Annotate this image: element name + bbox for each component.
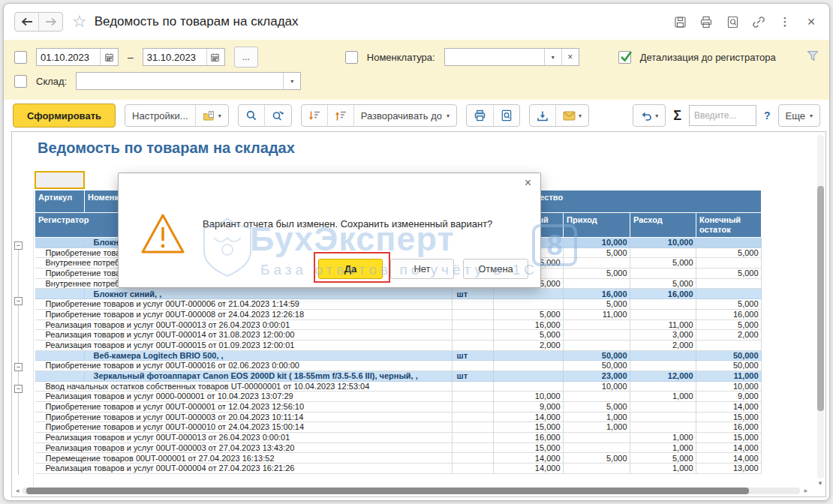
cell[interactable] bbox=[494, 299, 564, 310]
collapse-group-toggle[interactable]: − bbox=[14, 242, 23, 250]
cell[interactable] bbox=[630, 382, 696, 392]
detail-row[interactable]: Приобретение товаров и услуг 00UT-000016… bbox=[35, 361, 762, 371]
cell[interactable]: 5,000 bbox=[630, 258, 696, 268]
cell[interactable]: Веб-камера Logitech BRIO 500, , bbox=[85, 351, 453, 362]
settings-button[interactable]: Настройки... bbox=[125, 105, 195, 126]
cell[interactable]: 50,000 bbox=[696, 361, 762, 371]
detail-row[interactable]: Приобретение товаров и услуг 00UT-000001… bbox=[35, 402, 762, 412]
date-to-field[interactable] bbox=[143, 48, 225, 66]
cell[interactable]: 14,000 bbox=[494, 453, 564, 464]
period-more-button[interactable]: ... bbox=[234, 46, 258, 68]
cell[interactable] bbox=[564, 330, 630, 340]
cell[interactable]: Зеркальный фотоаппарат Canon EOS 2000D k… bbox=[85, 371, 453, 382]
cell[interactable] bbox=[630, 299, 696, 310]
cell[interactable] bbox=[630, 268, 696, 279]
cell[interactable]: 16,000 bbox=[494, 320, 564, 331]
cell[interactable]: 1,000 bbox=[564, 412, 630, 423]
detail-row[interactable]: Реализация товаров и услуг 00UT-000013 о… bbox=[35, 433, 762, 443]
cell[interactable]: 3,000 bbox=[630, 330, 696, 340]
cell[interactable]: 14,000 bbox=[494, 464, 564, 474]
date-from-field[interactable] bbox=[36, 48, 119, 66]
cell[interactable]: 5,000 bbox=[564, 299, 630, 310]
cell[interactable]: 9,000 bbox=[494, 402, 564, 412]
cell[interactable]: Блокнот синий, , bbox=[85, 289, 453, 299]
cell[interactable]: 5,000 bbox=[696, 248, 762, 259]
link-icon[interactable] bbox=[751, 14, 766, 29]
cell[interactable] bbox=[453, 320, 494, 331]
cell[interactable] bbox=[494, 351, 564, 362]
cell[interactable] bbox=[453, 382, 494, 392]
collapse-group-toggle[interactable]: − bbox=[14, 385, 23, 393]
dialog-cancel-button[interactable]: Отмена bbox=[463, 259, 528, 279]
cell[interactable]: 10,000 bbox=[494, 392, 564, 402]
cell[interactable]: 16,000 bbox=[696, 310, 762, 320]
cell[interactable]: 16,000 bbox=[696, 422, 762, 433]
detail-row[interactable]: Приобретение товаров и услуг 00UT-000010… bbox=[35, 422, 762, 433]
cell[interactable]: 5,000 bbox=[696, 268, 762, 279]
cell[interactable]: 15,000 bbox=[696, 433, 762, 443]
cell[interactable]: Реализация товаров и услуг 00UT-000003 о… bbox=[35, 443, 453, 454]
cell[interactable]: Приобретение товаров и услуг 00UT-000008… bbox=[35, 310, 453, 320]
cell[interactable]: 23,000 bbox=[564, 371, 630, 382]
cell[interactable] bbox=[453, 464, 494, 474]
cell[interactable] bbox=[494, 382, 564, 392]
vertical-scrollbar-thumb[interactable] bbox=[817, 186, 824, 411]
cell[interactable]: Реализация товаров и услуг 00UT-000014 о… bbox=[35, 330, 453, 340]
cell[interactable]: 12,000 bbox=[630, 371, 696, 382]
cell[interactable] bbox=[453, 453, 494, 464]
quick-search-input[interactable] bbox=[689, 105, 756, 126]
cell[interactable]: 1,000 bbox=[564, 422, 630, 433]
calendar-icon[interactable] bbox=[206, 49, 224, 65]
cell[interactable]: Реализация товаров и услуг 00UT-000004 о… bbox=[35, 464, 453, 474]
cell[interactable]: 1,000 bbox=[630, 443, 696, 454]
cell[interactable] bbox=[630, 412, 696, 423]
detail-row[interactable]: Приобретение товаров и услуг 00UT-000003… bbox=[35, 412, 762, 423]
cell[interactable] bbox=[564, 320, 630, 331]
back-button[interactable] bbox=[15, 13, 38, 31]
cell[interactable] bbox=[696, 238, 762, 248]
collapse-group-toggle[interactable]: − bbox=[14, 297, 23, 305]
cell[interactable] bbox=[453, 443, 494, 454]
more-menu-icon[interactable]: ⋮ bbox=[777, 14, 792, 29]
cell[interactable]: 5,000 bbox=[630, 453, 696, 464]
cell[interactable] bbox=[453, 402, 494, 412]
cell[interactable]: 14,000 bbox=[696, 453, 762, 464]
cell[interactable] bbox=[453, 412, 494, 423]
group-row[interactable]: Зеркальный фотоаппарат Canon EOS 2000D k… bbox=[35, 371, 762, 382]
more-button[interactable]: Еще▾ bbox=[779, 105, 819, 126]
cell[interactable]: 11,000 bbox=[630, 320, 696, 331]
expand-levels-button[interactable] bbox=[302, 105, 327, 126]
cell[interactable]: шт bbox=[453, 289, 494, 299]
cell[interactable] bbox=[494, 289, 564, 299]
cell[interactable] bbox=[35, 289, 85, 299]
col-expense[interactable]: Расход bbox=[630, 213, 696, 238]
cell[interactable] bbox=[453, 433, 494, 443]
report-variants-button[interactable]: ▾ bbox=[195, 105, 228, 126]
cell[interactable] bbox=[453, 392, 494, 402]
col-article[interactable]: Артикул bbox=[35, 190, 85, 213]
print-icon[interactable] bbox=[699, 14, 714, 29]
cell[interactable]: 5,000 bbox=[564, 402, 630, 412]
cell[interactable]: Приобретение товаров и услуг 00UT-000016… bbox=[35, 361, 453, 371]
cell[interactable]: 5,000 bbox=[494, 330, 564, 340]
cell[interactable]: 2,000 bbox=[494, 340, 564, 351]
detail-row[interactable]: Реализация товаров и услуг 00UT-000015 о… bbox=[35, 340, 762, 351]
save-icon[interactable] bbox=[672, 14, 687, 29]
cell[interactable] bbox=[696, 279, 762, 290]
cell[interactable]: шт bbox=[453, 351, 494, 362]
group-row[interactable]: Блокнот синий, ,шт16,00016,000 bbox=[35, 289, 762, 299]
print-report-button[interactable] bbox=[467, 105, 493, 126]
cell[interactable]: Приобретение товаров и услуг 00UT-000003… bbox=[35, 412, 453, 423]
cell[interactable]: 5,000 bbox=[630, 279, 696, 290]
cell[interactable] bbox=[564, 279, 630, 290]
search-button[interactable] bbox=[239, 105, 264, 126]
cell[interactable] bbox=[453, 310, 494, 320]
detail-row[interactable]: Приобретение товаров и услуг 00UT-000008… bbox=[35, 310, 762, 320]
cell[interactable]: 10,000 bbox=[564, 238, 630, 248]
cell[interactable]: Приобретение товаров и услуг 00UT-000001… bbox=[35, 402, 453, 412]
cell[interactable]: 11,000 bbox=[564, 310, 630, 320]
cell[interactable]: 15,000 bbox=[696, 412, 762, 423]
cell[interactable] bbox=[630, 402, 696, 412]
save-file-button[interactable] bbox=[530, 105, 555, 126]
nomenclature-input[interactable] bbox=[445, 52, 544, 63]
